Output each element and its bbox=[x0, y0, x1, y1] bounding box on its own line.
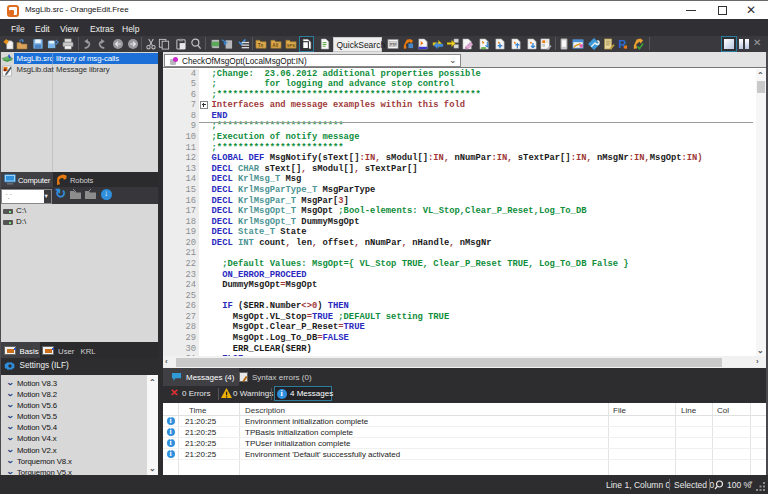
svg-text:Tn: Tn bbox=[258, 43, 264, 48]
svg-text:PTF: PTF bbox=[390, 43, 396, 47]
svg-text:All: All bbox=[272, 43, 278, 48]
svg-text:SPS: SPS bbox=[287, 43, 295, 48]
